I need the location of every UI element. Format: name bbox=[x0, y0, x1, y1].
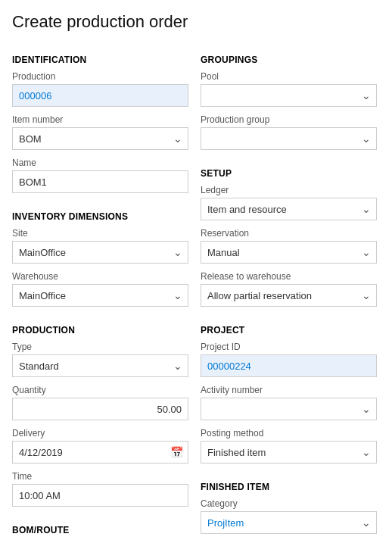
ledger-select-wrapper: Item and resource bbox=[201, 198, 377, 220]
left-column: IDENTIFICATION Production Item number BO… bbox=[12, 44, 188, 540]
quantity-field: Quantity bbox=[12, 385, 188, 420]
release-to-warehouse-select[interactable]: Allow partial reservation bbox=[201, 284, 377, 307]
production-field: Production bbox=[12, 71, 188, 107]
type-select[interactable]: Standard bbox=[12, 354, 188, 377]
item-number-field: Item number BOM bbox=[12, 114, 188, 150]
production-input[interactable] bbox=[12, 84, 188, 107]
project-id-field: Project ID bbox=[201, 342, 377, 377]
site-select-wrapper: MainOffice bbox=[12, 241, 188, 264]
right-column: GROUPINGS Pool Production group SETUP Le… bbox=[201, 44, 377, 540]
production-group-field: Production group bbox=[201, 114, 377, 150]
warehouse-select[interactable]: MainOffice bbox=[12, 284, 188, 307]
project-id-input[interactable] bbox=[201, 354, 377, 377]
production-group-select-wrapper bbox=[201, 127, 377, 150]
ledger-select[interactable]: Item and resource bbox=[201, 198, 377, 220]
item-number-label: Item number bbox=[12, 114, 188, 125]
quantity-input[interactable] bbox=[12, 398, 188, 420]
project-id-label: Project ID bbox=[201, 342, 377, 352]
item-number-select[interactable]: BOM bbox=[12, 127, 188, 150]
release-to-warehouse-field: Release to warehouse Allow partial reser… bbox=[201, 271, 377, 307]
posting-method-select[interactable]: Finished item bbox=[201, 441, 377, 464]
pool-select-wrapper bbox=[201, 84, 377, 107]
warehouse-field: Warehouse MainOffice bbox=[12, 271, 188, 307]
ledger-label: Ledger bbox=[201, 185, 377, 195]
release-to-warehouse-select-wrapper: Allow partial reservation bbox=[201, 284, 377, 307]
delivery-input[interactable] bbox=[13, 441, 166, 464]
site-label: Site bbox=[12, 228, 188, 239]
warehouse-select-wrapper: MainOffice bbox=[12, 284, 188, 307]
bom-route-header: BOM/ROUTE bbox=[12, 525, 188, 535]
type-select-wrapper: Standard bbox=[12, 354, 188, 377]
reservation-field: Reservation Manual bbox=[201, 228, 377, 264]
identification-header: IDENTIFICATION bbox=[12, 55, 188, 65]
name-field: Name bbox=[12, 158, 188, 193]
time-field: Time bbox=[12, 471, 188, 507]
calendar-icon[interactable]: 📅 bbox=[166, 446, 188, 458]
reservation-label: Reservation bbox=[201, 228, 377, 239]
site-field: Site MainOffice bbox=[12, 228, 188, 264]
activity-number-select-wrapper bbox=[201, 398, 377, 420]
posting-method-select-wrapper: Finished item bbox=[201, 441, 377, 464]
category-field: Category ProjItem bbox=[201, 498, 377, 534]
release-to-warehouse-label: Release to warehouse bbox=[201, 271, 377, 282]
item-number-select-wrapper: BOM bbox=[12, 127, 188, 150]
reservation-select-wrapper: Manual bbox=[201, 241, 377, 264]
pool-select[interactable] bbox=[201, 84, 377, 107]
production-section-header: PRODUCTION bbox=[12, 325, 188, 336]
pool-label: Pool bbox=[201, 71, 377, 82]
ledger-field: Ledger Item and resource bbox=[201, 185, 377, 220]
activity-number-label: Activity number bbox=[201, 385, 377, 395]
name-label: Name bbox=[12, 158, 188, 168]
delivery-field: Delivery 📅 bbox=[12, 428, 188, 464]
production-group-select[interactable] bbox=[201, 127, 377, 150]
production-group-label: Production group bbox=[201, 114, 377, 125]
name-input[interactable] bbox=[12, 170, 188, 193]
category-label: Category bbox=[201, 498, 377, 509]
category-select-wrapper: ProjItem bbox=[201, 511, 377, 534]
groupings-header: GROUPINGS bbox=[201, 55, 377, 65]
setup-header: SETUP bbox=[201, 168, 377, 179]
production-label: Production bbox=[12, 71, 188, 82]
project-header: PROJECT bbox=[201, 325, 377, 336]
activity-number-field: Activity number bbox=[201, 385, 377, 420]
time-label: Time bbox=[12, 471, 188, 482]
finished-item-header: FINISHED ITEM bbox=[201, 482, 377, 492]
activity-number-select[interactable] bbox=[201, 398, 377, 420]
reservation-select[interactable]: Manual bbox=[201, 241, 377, 264]
posting-method-field: Posting method Finished item bbox=[201, 428, 377, 464]
category-select[interactable]: ProjItem bbox=[201, 511, 377, 534]
warehouse-label: Warehouse bbox=[12, 271, 188, 282]
delivery-input-wrapper: 📅 bbox=[12, 441, 188, 464]
delivery-label: Delivery bbox=[12, 428, 188, 439]
inventory-header: INVENTORY DIMENSIONS bbox=[12, 211, 188, 222]
type-label: Type bbox=[12, 342, 188, 352]
page-title: Create production order bbox=[12, 12, 377, 32]
time-input[interactable] bbox=[12, 484, 188, 507]
posting-method-label: Posting method bbox=[201, 428, 377, 439]
quantity-label: Quantity bbox=[12, 385, 188, 395]
site-select[interactable]: MainOffice bbox=[12, 241, 188, 264]
pool-field: Pool bbox=[201, 71, 377, 107]
type-field: Type Standard bbox=[12, 342, 188, 377]
